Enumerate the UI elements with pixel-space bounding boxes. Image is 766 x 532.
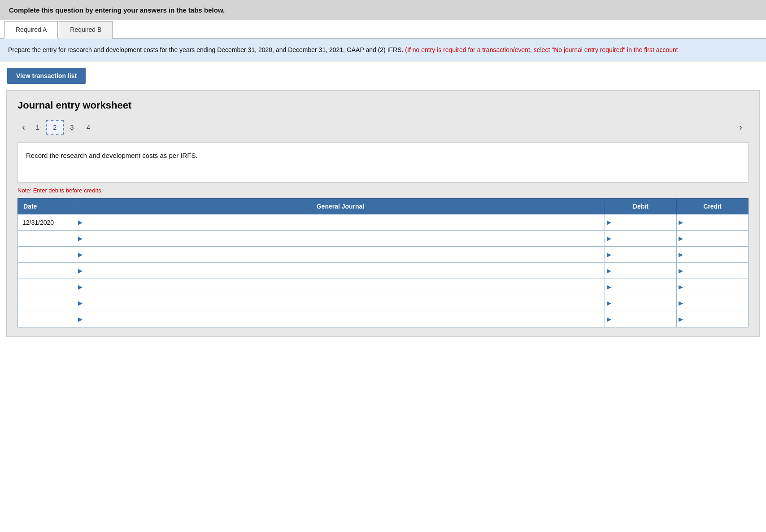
- cell-arrow-icon: ▶: [78, 316, 83, 323]
- journal-input[interactable]: [84, 283, 603, 291]
- cell-arrow-icon: ▶: [78, 300, 83, 306]
- cell-arrow-icon: ▶: [607, 300, 611, 306]
- credit-cell[interactable]: ▶: [677, 263, 749, 279]
- debit-cell[interactable]: ▶: [605, 247, 677, 263]
- view-transaction-button[interactable]: View transaction list: [7, 68, 86, 84]
- cell-arrow-icon: ▶: [607, 283, 611, 290]
- journal-cell[interactable]: ▶: [76, 231, 605, 247]
- debit-cell[interactable]: ▶: [605, 295, 677, 311]
- worksheet-container: Journal entry worksheet ‹ 1 2 3 4 › Reco…: [6, 90, 760, 337]
- cell-arrow-icon: ▶: [679, 251, 683, 258]
- credit-input[interactable]: [685, 251, 746, 258]
- cell-arrow-icon: ▶: [679, 283, 683, 290]
- journal-input[interactable]: [84, 219, 603, 226]
- col-header-debit: Debit: [605, 199, 677, 214]
- date-cell: 12/31/2020: [18, 214, 76, 231]
- table-row: ▶▶▶: [18, 295, 749, 311]
- journal-cell[interactable]: ▶: [76, 295, 605, 311]
- journal-input[interactable]: [84, 267, 603, 275]
- journal-cell[interactable]: ▶: [76, 279, 605, 295]
- credit-cell[interactable]: ▶: [677, 311, 749, 327]
- credit-cell[interactable]: ▶: [677, 247, 749, 263]
- pagination-page-2[interactable]: 2: [46, 120, 64, 135]
- instruction-box-text: Record the research and development cost…: [26, 152, 198, 159]
- table-row: ▶▶▶: [18, 263, 749, 279]
- table-row: ▶▶▶: [18, 231, 749, 247]
- debit-cell[interactable]: ▶: [605, 214, 677, 231]
- tabs-row: Required A Required B: [0, 20, 766, 39]
- journal-cell[interactable]: ▶: [76, 263, 605, 279]
- table-row: ▶▶▶: [18, 279, 749, 295]
- debit-cell[interactable]: ▶: [605, 279, 677, 295]
- journal-cell[interactable]: ▶: [76, 247, 605, 263]
- journal-input[interactable]: [84, 235, 603, 242]
- top-instruction-bar: Complete this question by entering your …: [0, 0, 766, 20]
- cell-arrow-icon: ▶: [78, 219, 83, 226]
- credit-cell[interactable]: ▶: [677, 231, 749, 247]
- credit-input[interactable]: [685, 316, 746, 323]
- credit-input[interactable]: [685, 283, 746, 291]
- question-instruction: Prepare the entry for research and devel…: [0, 39, 766, 61]
- instruction-normal-text: Prepare the entry for research and devel…: [8, 46, 405, 53]
- debit-input[interactable]: [613, 267, 675, 275]
- pagination-row: ‹ 1 2 3 4 ›: [17, 119, 749, 135]
- debit-input[interactable]: [613, 283, 675, 291]
- cell-arrow-icon: ▶: [607, 316, 611, 323]
- debit-input[interactable]: [613, 235, 675, 242]
- tab-required-b[interactable]: Required B: [59, 21, 113, 39]
- col-header-date: Date: [18, 199, 76, 214]
- credit-input[interactable]: [685, 235, 746, 242]
- journal-cell[interactable]: ▶: [76, 214, 605, 231]
- pagination-left-arrow[interactable]: ‹: [17, 119, 30, 135]
- credit-cell[interactable]: ▶: [677, 279, 749, 295]
- cell-arrow-icon: ▶: [679, 316, 683, 323]
- debit-input[interactable]: [613, 316, 675, 323]
- cell-arrow-icon: ▶: [679, 219, 683, 226]
- debit-cell[interactable]: ▶: [605, 231, 677, 247]
- cell-arrow-icon: ▶: [679, 300, 683, 306]
- cell-arrow-icon: ▶: [78, 283, 83, 290]
- credit-input[interactable]: [685, 300, 746, 307]
- debit-input[interactable]: [613, 251, 675, 258]
- debit-cell[interactable]: ▶: [605, 263, 677, 279]
- worksheet-title: Journal entry worksheet: [17, 100, 749, 111]
- journal-cell[interactable]: ▶: [76, 311, 605, 327]
- top-instruction-text: Complete this question by entering your …: [9, 6, 225, 14]
- date-cell: [18, 295, 76, 311]
- cell-arrow-icon: ▶: [607, 235, 611, 242]
- credit-cell[interactable]: ▶: [677, 295, 749, 311]
- journal-input[interactable]: [84, 300, 603, 307]
- date-cell: [18, 247, 76, 263]
- col-header-journal: General Journal: [76, 199, 605, 214]
- debit-cell[interactable]: ▶: [605, 311, 677, 327]
- instruction-red-text: (If no entry is required for a transacti…: [405, 46, 678, 53]
- date-cell: [18, 231, 76, 247]
- pagination-page-3[interactable]: 3: [64, 121, 80, 134]
- credit-input[interactable]: [685, 219, 746, 226]
- cell-arrow-icon: ▶: [78, 251, 83, 258]
- credit-input[interactable]: [685, 267, 746, 275]
- instruction-box: Record the research and development cost…: [17, 142, 749, 183]
- credit-cell[interactable]: ▶: [677, 214, 749, 231]
- pagination-page-1[interactable]: 1: [30, 121, 46, 134]
- tab-required-a[interactable]: Required A: [4, 21, 58, 39]
- journal-input[interactable]: [84, 251, 603, 258]
- pagination-right-arrow[interactable]: ›: [733, 119, 749, 135]
- pagination-page-4[interactable]: 4: [80, 121, 96, 134]
- cell-arrow-icon: ▶: [607, 219, 611, 226]
- date-cell: [18, 279, 76, 295]
- cell-arrow-icon: ▶: [607, 251, 611, 258]
- journal-table: Date General Journal Debit Credit 12/31/…: [17, 198, 749, 327]
- table-row: ▶▶▶: [18, 247, 749, 263]
- debit-input[interactable]: [613, 219, 675, 226]
- date-cell: [18, 263, 76, 279]
- note-text: Note: Enter debits before credits.: [17, 187, 749, 194]
- cell-arrow-icon: ▶: [78, 235, 83, 242]
- table-row: 12/31/2020▶▶▶: [18, 214, 749, 231]
- date-cell: [18, 311, 76, 327]
- table-row: ▶▶▶: [18, 311, 749, 327]
- journal-input[interactable]: [84, 316, 603, 323]
- cell-arrow-icon: ▶: [78, 267, 83, 274]
- cell-arrow-icon: ▶: [679, 267, 683, 274]
- debit-input[interactable]: [613, 300, 675, 307]
